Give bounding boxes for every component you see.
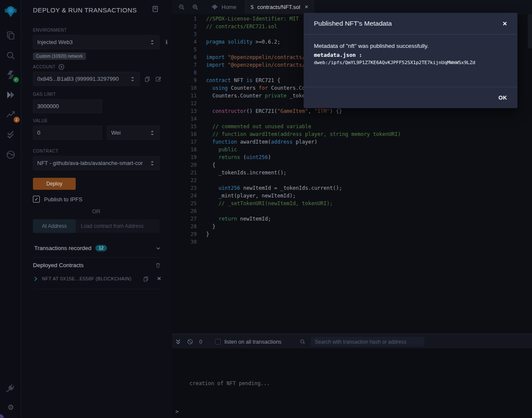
network-badge: Custom (10920) network bbox=[33, 53, 86, 60]
terminal-search-icon bbox=[299, 339, 306, 345]
publish-ipfs-label: Publish to IPFS bbox=[44, 196, 83, 203]
zoom-in-icon[interactable] bbox=[191, 3, 199, 12]
line-number: 30 bbox=[172, 238, 197, 246]
code-line: _tokenIds.increment(); bbox=[206, 169, 532, 177]
at-address-input[interactable] bbox=[76, 219, 160, 233]
tab-home-label: Home bbox=[222, 4, 236, 10]
gas-limit-input[interactable] bbox=[37, 103, 98, 109]
tab-close-icon[interactable]: ✕ bbox=[304, 4, 308, 10]
modal-metadata-filename: metadata.json : bbox=[314, 52, 507, 58]
search-icon[interactable] bbox=[4, 49, 17, 62]
value-label: VALUE bbox=[33, 118, 168, 123]
code-line bbox=[206, 177, 532, 184]
value-input[interactable] bbox=[37, 130, 98, 136]
line-number: 23 bbox=[172, 184, 197, 192]
editor-tabbar: Home S contracts/NFT.sol ✕ bbox=[172, 0, 532, 14]
line-number: 21 bbox=[172, 169, 197, 177]
modal-close-icon[interactable]: ✕ bbox=[502, 21, 507, 27]
solidity-compiler-icon[interactable]: ✓ bbox=[4, 69, 17, 82]
line-number: 16 bbox=[172, 130, 197, 138]
deployed-contract-row[interactable]: NFT AT 0X15E...E558F (BLOCKCHAIN) ✕ bbox=[33, 275, 161, 289]
plugin-manager-icon[interactable] bbox=[4, 382, 17, 394]
gear-icon: ⚙ bbox=[7, 403, 14, 412]
terminal-search-input[interactable] bbox=[311, 337, 424, 347]
code-line: // commented out unused variable bbox=[206, 123, 532, 130]
at-address-button[interactable]: At Address bbox=[33, 219, 76, 233]
copy-contract-icon[interactable] bbox=[142, 275, 149, 282]
or-label: OR bbox=[33, 208, 160, 215]
contract-label: CONTRACT bbox=[33, 149, 168, 153]
file-explorer-icon[interactable] bbox=[4, 29, 17, 42]
chevron-down-icon[interactable] bbox=[155, 245, 161, 251]
trash-icon[interactable] bbox=[155, 262, 161, 268]
value-field bbox=[33, 126, 102, 140]
environment-select[interactable]: Injected Web3 bbox=[33, 35, 160, 49]
account-select[interactable]: 0x845...B1aB3 (999991.3297990 bbox=[33, 72, 140, 86]
environment-info-icon[interactable]: i bbox=[166, 39, 168, 45]
contract-select[interactable]: NFT - github/ava-labs/avalanche-smart-co… bbox=[33, 156, 160, 170]
clear-console-icon[interactable] bbox=[187, 339, 193, 345]
deploy-run-panel: DEPLOY & RUN TRANSACTIONS ENVIRONMENT In… bbox=[21, 0, 172, 418]
copy-account-icon[interactable] bbox=[144, 75, 151, 82]
line-number: 28 bbox=[172, 223, 197, 230]
remix-logo-icon[interactable] bbox=[3, 3, 18, 20]
analytics-count-badge: 1 bbox=[14, 117, 20, 123]
remove-contract-icon[interactable]: ✕ bbox=[157, 276, 161, 282]
select-stepper-icon bbox=[130, 76, 136, 82]
transactions-count-badge: 12 bbox=[95, 245, 107, 251]
gas-limit-label: GAS LIMIT bbox=[33, 92, 168, 97]
line-number: 5 bbox=[172, 46, 197, 53]
debugger-icon[interactable] bbox=[4, 148, 17, 161]
analytics-icon[interactable]: 1 bbox=[4, 108, 17, 121]
listen-transactions-checkbox[interactable] bbox=[215, 339, 221, 344]
chevron-right-icon[interactable] bbox=[33, 276, 38, 282]
terminal-output[interactable]: creation of NFT pending... > bbox=[172, 348, 532, 418]
select-stepper-icon bbox=[149, 39, 155, 46]
settings-gear-icon[interactable]: ⚙ bbox=[4, 401, 17, 414]
add-account-icon[interactable] bbox=[58, 64, 65, 70]
line-number: 7 bbox=[172, 61, 197, 69]
code-line: constructor() ERC721("GameItem", "ITM") … bbox=[206, 107, 532, 115]
static-analysis-icon[interactable] bbox=[4, 128, 17, 141]
line-number: 13 bbox=[172, 107, 197, 115]
transactions-recorded-row[interactable]: Transactions recorded 12 bbox=[33, 245, 161, 251]
deploy-button[interactable]: Deploy bbox=[33, 178, 76, 190]
code-line: returns (uint256) bbox=[206, 153, 532, 161]
code-line: // _setTokenURI(newItemId, tokenURI); bbox=[206, 200, 532, 207]
terminal-menubar: 0 listen on all transactions bbox=[172, 335, 532, 348]
compiler-success-badge: ✓ bbox=[13, 77, 19, 82]
publish-ipfs-checkbox[interactable]: ✓ bbox=[33, 196, 40, 203]
deploy-run-icon[interactable] bbox=[4, 88, 17, 101]
tab-nft-sol[interactable]: S contracts/NFT.sol ✕ bbox=[245, 0, 314, 14]
code-line bbox=[206, 115, 532, 123]
code-line: uint256 newItemId = _tokenIds.current(); bbox=[206, 184, 532, 192]
pending-tx-count: 0 bbox=[199, 339, 202, 345]
terminal-collapse-icon[interactable] bbox=[175, 339, 181, 345]
modal-ipfs-url: dweb:/ipfs/QmYL9P1Z7KE6AQvKJPFF52SX1p2TE… bbox=[314, 60, 507, 65]
line-number: 12 bbox=[172, 100, 197, 107]
line-number: 20 bbox=[172, 161, 197, 169]
select-stepper-icon bbox=[149, 160, 155, 167]
line-number: 8 bbox=[172, 69, 197, 77]
line-number: 14 bbox=[172, 115, 197, 123]
line-number: 26 bbox=[172, 207, 197, 215]
line-number: 4 bbox=[172, 38, 197, 46]
transactions-recorded-label: Transactions recorded bbox=[34, 245, 92, 251]
sign-message-icon[interactable] bbox=[155, 75, 162, 82]
line-number: 18 bbox=[172, 146, 197, 153]
icon-sidebar: ✓ 1 ⚙ bbox=[0, 0, 21, 418]
modal-message: Metadata of "nft" was published successf… bbox=[314, 43, 507, 49]
environment-value: Injected Web3 bbox=[37, 39, 73, 45]
editor-scrollbar[interactable] bbox=[528, 14, 532, 48]
zoom-out-icon[interactable] bbox=[177, 3, 186, 12]
line-number: 11 bbox=[172, 92, 197, 100]
panel-title: DEPLOY & RUN TRANSACTIONS bbox=[33, 5, 137, 14]
line-number: 24 bbox=[172, 192, 197, 200]
documentation-icon[interactable] bbox=[151, 5, 159, 13]
line-number: 19 bbox=[172, 153, 197, 161]
tab-home[interactable]: Home bbox=[206, 0, 242, 14]
modal-ok-button[interactable]: OK bbox=[499, 94, 508, 101]
home-remix-icon bbox=[211, 4, 218, 11]
gas-limit-field bbox=[33, 99, 102, 113]
value-unit-select[interactable]: Wei bbox=[107, 126, 160, 140]
